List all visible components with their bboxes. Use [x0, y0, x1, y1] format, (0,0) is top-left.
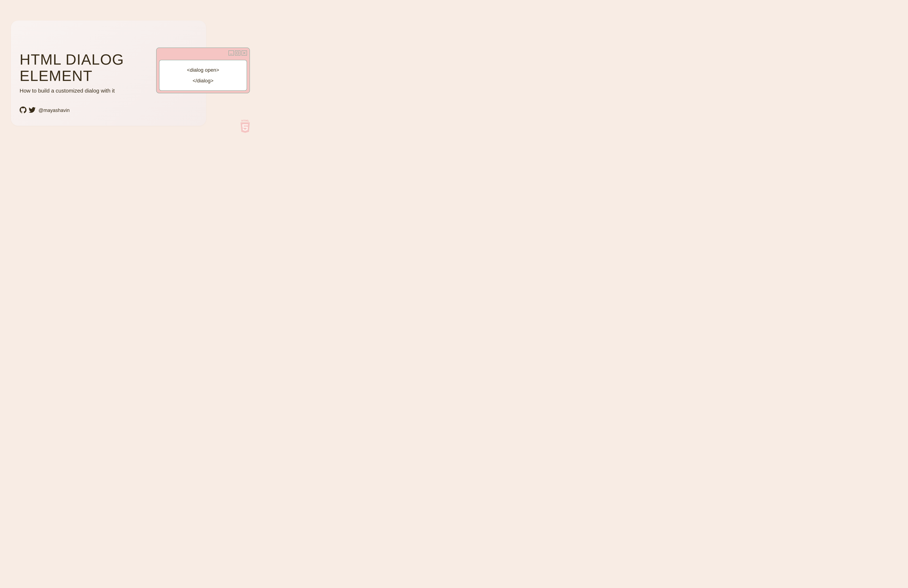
- minimize-icon: [229, 50, 234, 56]
- title-line-1: HTML DIALOG: [19, 51, 124, 68]
- close-icon: [241, 50, 247, 56]
- github-icon[interactable]: [19, 106, 26, 114]
- twitter-icon[interactable]: [29, 106, 35, 114]
- social-links: @mayashavin: [19, 106, 197, 114]
- title-line-2: ELEMENT: [19, 67, 92, 84]
- code-open-tag: <dialog open>: [187, 67, 219, 73]
- dialog-titlebar: [156, 48, 250, 58]
- dialog-window-illustration: <dialog open> </dialog>: [156, 48, 250, 93]
- dialog-content: <dialog open> </dialog>: [159, 60, 247, 91]
- social-handle: @mayashavin: [39, 108, 69, 113]
- code-close-tag: </dialog>: [193, 78, 213, 84]
- html5-logo-icon: [238, 118, 252, 135]
- maximize-icon: [235, 50, 240, 56]
